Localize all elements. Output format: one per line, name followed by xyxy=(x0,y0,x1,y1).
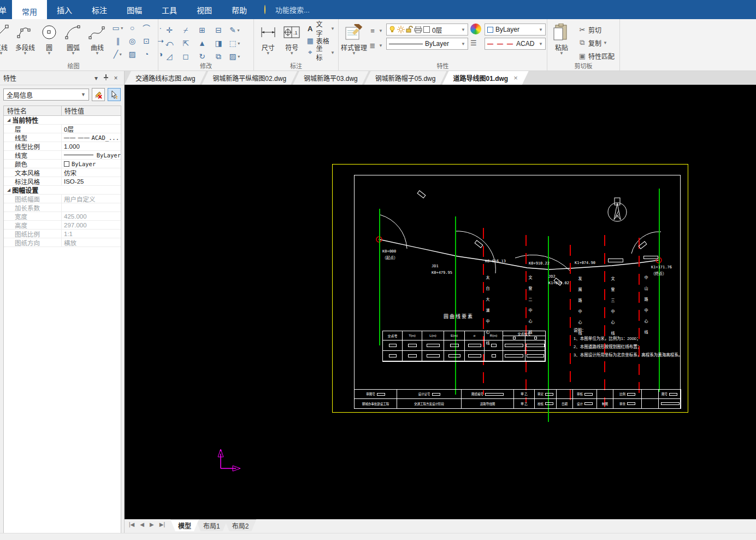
edit-global-button[interactable] xyxy=(92,88,105,101)
curve-table-header: R(m) xyxy=(485,331,503,341)
menu-button[interactable]: 菜单 xyxy=(0,0,12,19)
coordinate-button[interactable]: ⌖坐标▼ xyxy=(305,46,336,58)
menu-bar: 菜单 常用插入标注图幅工具视图帮助 功能搜索... xyxy=(0,0,756,19)
select-rect-icon[interactable]: ⬚▼ xyxy=(228,37,241,50)
blocks-icon[interactable]: ◔ xyxy=(140,48,153,61)
copy-button[interactable]: ⧉复制▼ xyxy=(577,37,616,49)
doc-tab[interactable]: 钢城新路平纵缩图02.dwg xyxy=(202,71,297,85)
select-objects-button[interactable] xyxy=(108,88,121,101)
station-label: JD1 K0+479.95 xyxy=(432,263,452,276)
property-row-图纸方向[interactable]: 图纸方向横放 xyxy=(4,238,121,247)
draw-button-曲线[interactable]: 曲线▼ xyxy=(85,21,109,61)
multiline-icon-button[interactable]: ☰ xyxy=(468,37,483,49)
xline-icon[interactable]: ╱▼ xyxy=(111,48,125,61)
lineweight-icon-button[interactable]: ≣▼ xyxy=(367,39,384,51)
arc-poly-icon[interactable]: ⌒ xyxy=(140,21,153,34)
bulb-on-icon xyxy=(389,26,396,33)
property-row-图纸幅面[interactable]: 图纸幅面用户自定义 xyxy=(4,195,121,203)
symbol-button[interactable]: .1 符号▼ xyxy=(280,21,303,61)
menu-tab-插入[interactable]: 插入 xyxy=(47,0,82,19)
title-block-cell: 制图 xyxy=(597,399,613,408)
doc-tab[interactable]: 交通路线标志图.dwg xyxy=(125,71,206,85)
title-block-cell xyxy=(597,390,613,399)
prev-sheet-button[interactable]: ◀ xyxy=(140,521,144,527)
property-row-图纸比例[interactable]: 图纸比例1:1 xyxy=(4,230,121,238)
list-style-button[interactable]: ≡▼ xyxy=(367,25,384,37)
menu-tab-视图[interactable]: 视图 xyxy=(187,0,222,19)
color-dropdown[interactable]: ByLayer▼ xyxy=(485,24,546,36)
draw-button-圆弧[interactable]: 圆弧▼ xyxy=(61,21,85,61)
property-row-加长系数[interactable]: 加长系数 xyxy=(4,203,121,212)
function-search-input[interactable]: 功能搜索... xyxy=(275,4,310,15)
mirror-icon[interactable]: ▲ xyxy=(196,37,209,50)
parallel-icon[interactable]: ∥ xyxy=(111,34,125,48)
array-icon[interactable]: ⊞ xyxy=(196,24,209,37)
trim-icon[interactable]: ⌿ xyxy=(179,24,192,37)
property-row-线宽[interactable]: 线宽ByLayer xyxy=(4,151,121,160)
property-row-宽度[interactable]: 宽度425.000 xyxy=(4,212,121,221)
first-sheet-button[interactable]: |◀ xyxy=(129,521,134,527)
cut-button[interactable]: ✂剪切 xyxy=(577,24,616,36)
search-area[interactable]: 功能搜索... xyxy=(264,0,310,19)
panel-pin-icon[interactable] xyxy=(101,74,111,82)
rectangle-icon[interactable]: ▭▼ xyxy=(111,21,125,34)
match-properties-button[interactable]: ▣特性匹配 xyxy=(577,50,616,62)
property-row-线型比例[interactable]: 线型比例1.000 xyxy=(4,142,121,151)
property-row-文本风格[interactable]: 文本风格仿宋 xyxy=(4,168,121,177)
text-button[interactable]: A文字▼ xyxy=(305,22,336,34)
move-icon[interactable]: ✛ xyxy=(163,24,176,37)
color-swatch xyxy=(487,27,493,33)
next-sheet-button[interactable]: ▶ xyxy=(150,521,154,527)
layer-dropdown[interactable]: 0层 ▼ xyxy=(386,24,468,36)
offset-icon[interactable]: ⤺ xyxy=(163,37,176,50)
panel-close-icon[interactable]: × xyxy=(111,74,121,82)
corner-icon[interactable]: ◨ xyxy=(212,37,225,50)
close-tab-icon[interactable]: × xyxy=(513,74,518,82)
menu-tab-标注[interactable]: 标注 xyxy=(82,0,117,19)
color-wheel-icon[interactable] xyxy=(470,24,481,34)
curve-table-cell xyxy=(465,341,485,351)
linetype2-dropdown[interactable]: — — —ACAD▼ xyxy=(485,38,546,50)
break-icon[interactable]: ⇱ xyxy=(179,37,192,50)
property-group-图幅设置: ◢图幅设置 xyxy=(4,186,121,195)
doc-tab[interactable]: 道路导线图01.dwg× xyxy=(442,71,528,85)
document-tab-bar: 交通路线标志图.dwg钢城新路平纵缩图02.dwg钢城新路平03.dwg钢城新路… xyxy=(125,71,756,85)
doc-tab[interactable]: 钢城新路帽子05.dwg xyxy=(364,71,447,85)
hatch-icon[interactable]: ▨ xyxy=(126,48,139,61)
curve-table-cell xyxy=(403,341,422,351)
ellipse-icon[interactable]: ○ xyxy=(126,21,139,34)
layout-tab-模型[interactable]: 模型 xyxy=(170,519,199,531)
region-icon[interactable]: ⊡ xyxy=(140,34,153,48)
curve-table-cell xyxy=(383,351,403,361)
station-green-line xyxy=(659,189,660,392)
property-row-标注风格[interactable]: 标注风格ISO-25 xyxy=(4,177,121,186)
layout-tab-布局2[interactable]: 布局2 xyxy=(225,519,257,531)
linetype-dropdown[interactable]: ByLayer▼ xyxy=(386,38,468,50)
panel-dropdown-icon[interactable]: ▾ xyxy=(91,74,101,82)
doc-tab[interactable]: 钢城新路平03.dwg xyxy=(293,71,369,85)
title-block-cell: 甲 乙 xyxy=(514,390,535,399)
property-group-当前特性: ◢当前特性 xyxy=(4,116,121,125)
style-manager-button[interactable]: 样式管理▼ xyxy=(341,21,367,61)
group-label-clipboard: 剪切板 xyxy=(547,61,619,70)
draw-button-多段线[interactable]: 多段线▼ xyxy=(13,21,37,61)
dimension-button[interactable]: 尺寸▼ xyxy=(256,21,280,61)
paste-button[interactable]: 粘贴▼ xyxy=(550,21,574,61)
layout-tab-布局1[interactable]: 布局1 xyxy=(196,519,228,531)
property-row-线型[interactable]: 线型—— ——ACAD_... xyxy=(4,133,121,142)
menu-tab-工具[interactable]: 工具 xyxy=(152,0,187,19)
draw-button-直线[interactable]: 直线▼ xyxy=(0,21,13,61)
property-row-颜色[interactable]: 颜色ByLayer xyxy=(4,160,121,168)
global-info-dropdown[interactable]: 全局信息▼ xyxy=(3,89,89,101)
menu-tab-帮助[interactable]: 帮助 xyxy=(222,0,257,19)
last-sheet-button[interactable]: ▶| xyxy=(160,521,165,527)
property-row-层[interactable]: 层0层 xyxy=(4,125,121,133)
pencil-icon[interactable]: ✎▼ xyxy=(228,24,241,37)
draw-button-圆[interactable]: 圆▼ xyxy=(37,21,61,61)
property-row-高度[interactable]: 高度297.000 xyxy=(4,221,121,230)
drawing-canvas[interactable]: K0+000 （起点）JD1 K0+479.95K0+616.13K0+910.… xyxy=(125,85,756,519)
title-block-cell: 道路导线图 xyxy=(462,399,514,408)
menu-tab-图幅[interactable]: 图幅 xyxy=(117,0,152,19)
donut-icon[interactable]: ◎ xyxy=(126,34,139,48)
copy-icon[interactable]: ⊟ xyxy=(212,24,225,37)
